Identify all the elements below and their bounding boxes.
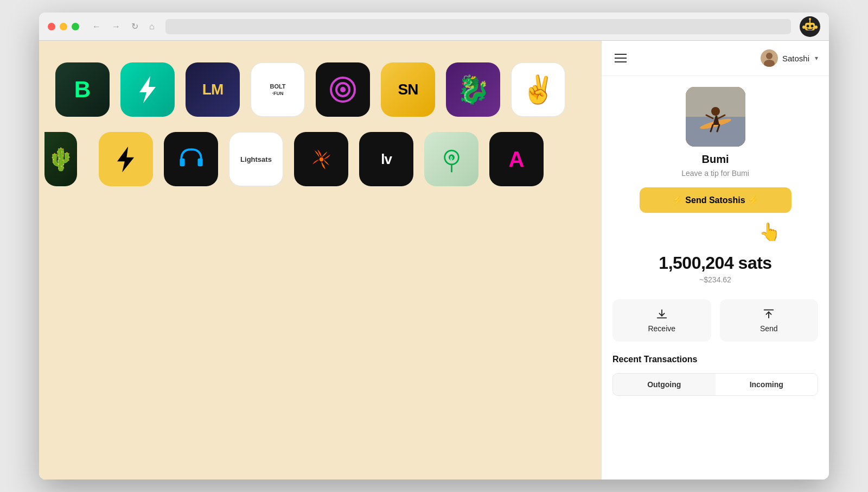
app-icon-lnm[interactable]: LM xyxy=(186,62,240,117)
wheel-svg xyxy=(307,144,336,174)
minimize-button[interactable] xyxy=(60,23,67,30)
app-icon-lightsats[interactable]: Lightsats xyxy=(229,132,283,186)
forward-button[interactable]: → xyxy=(110,20,123,34)
receive-button[interactable]: Receive xyxy=(612,299,711,342)
recipient-name: Bumi xyxy=(702,153,729,166)
sn-label: SN xyxy=(398,81,418,98)
send-icon xyxy=(763,308,775,320)
refresh-button[interactable]: ↻ xyxy=(129,19,141,34)
address-bar[interactable] xyxy=(165,19,791,34)
svg-point-15 xyxy=(319,157,323,161)
user-name: Satoshi xyxy=(782,54,809,63)
zaprite-icon xyxy=(111,144,141,174)
tx-tabs: Outgoing Incoming xyxy=(612,373,818,396)
balance-usd: ~$234.62 xyxy=(699,275,731,284)
tip-text: Leave a tip for Bumi xyxy=(681,169,749,178)
recent-transactions: Recent Transactions Outgoing Incoming xyxy=(612,355,818,396)
user-menu[interactable]: Satoshi ▾ xyxy=(761,49,818,67)
app-row-1: B LM BOLT xyxy=(55,62,585,117)
app-row-2: 🌵 xyxy=(55,132,585,186)
lightsats-label: Lightsats xyxy=(240,155,272,163)
rpodcast-icon xyxy=(327,73,359,106)
app-icon-pink[interactable]: A xyxy=(489,132,544,186)
app-icon-blockcore[interactable]: B xyxy=(55,62,110,117)
app-icon-dragon[interactable]: 🐉 xyxy=(446,62,500,117)
svg-rect-14 xyxy=(197,158,202,166)
app-icon-btcmap[interactable]: ₿ xyxy=(424,132,478,186)
app-icon-rpodcast[interactable] xyxy=(316,62,370,117)
app-icon-lv[interactable]: lv xyxy=(359,132,413,186)
svg-point-6 xyxy=(807,24,809,27)
recent-transactions-title: Recent Transactions xyxy=(612,355,818,364)
svg-point-2 xyxy=(809,18,811,20)
send-label: Send xyxy=(760,324,778,333)
lv-label: lv xyxy=(381,151,392,168)
main-window: ← → ↻ ⌂ xyxy=(39,12,829,480)
chevron-down-icon: ▾ xyxy=(815,54,818,62)
cursor-hand-icon: 👆 xyxy=(759,222,781,242)
app-icon-headphones[interactable] xyxy=(164,132,218,186)
svg-point-7 xyxy=(811,24,814,27)
app-icon-wheel[interactable] xyxy=(294,132,348,186)
app-grid: B LM BOLT xyxy=(55,62,585,186)
lnm-label: LM xyxy=(202,81,223,98)
fullscreen-button[interactable] xyxy=(72,23,79,30)
nav-buttons: ← → ↻ ⌂ xyxy=(90,19,157,34)
hamburger-line-3 xyxy=(615,61,627,62)
receive-icon xyxy=(656,308,668,320)
svg-point-11 xyxy=(340,87,346,92)
lightning-icon xyxy=(131,73,164,106)
close-button[interactable] xyxy=(48,23,55,30)
main-content: B LM BOLT xyxy=(39,41,829,480)
blockcore-label: B xyxy=(74,77,91,103)
send-button[interactable]: Send xyxy=(720,299,819,342)
app-icon-thunderhub[interactable] xyxy=(120,62,175,117)
app-icon-peace[interactable]: ✌️ xyxy=(511,62,565,117)
tab-incoming[interactable]: Incoming xyxy=(716,374,818,395)
receive-label: Receive xyxy=(648,324,675,333)
svg-point-20 xyxy=(764,60,775,67)
recipient-photo-inner xyxy=(686,87,745,147)
svg-point-25 xyxy=(711,107,720,116)
app-icon-agave[interactable]: 🌵 xyxy=(44,132,77,186)
hamburger-menu[interactable] xyxy=(612,52,629,65)
back-button[interactable]: ← xyxy=(90,20,103,34)
user-avatar xyxy=(761,49,778,67)
balance-sats: 1,500,204 sats xyxy=(659,253,771,273)
dragon-emoji: 🐉 xyxy=(456,74,490,105)
hamburger-line-2 xyxy=(615,58,627,59)
traffic-lights xyxy=(48,23,79,30)
wallet-content: Bumi Leave a tip for Bumi ⚡ Send Satoshi… xyxy=(602,76,829,480)
home-button[interactable]: ⌂ xyxy=(147,20,157,34)
headphones-svg xyxy=(176,144,206,174)
titlebar: ← → ↻ ⌂ xyxy=(39,12,829,41)
app-icon-sn[interactable]: SN xyxy=(381,62,435,117)
robot-icon xyxy=(800,16,820,37)
boltfun-label: BOLT ·FUN xyxy=(270,83,285,96)
svg-point-19 xyxy=(766,53,773,59)
svg-rect-13 xyxy=(180,158,184,166)
hamburger-line-1 xyxy=(615,54,627,55)
svg-marker-8 xyxy=(139,76,156,103)
peace-emoji: ✌️ xyxy=(521,74,555,105)
tab-outgoing[interactable]: Outgoing xyxy=(613,374,716,395)
sidebar: Satoshi ▾ xyxy=(601,41,829,480)
send-satoshis-button[interactable]: ⚡ Send Satoshis ⚡ xyxy=(640,187,792,213)
agave-emoji: 🌵 xyxy=(47,147,74,172)
svg-marker-12 xyxy=(117,146,134,172)
sidebar-header: Satoshi ▾ xyxy=(602,41,829,76)
app-area: B LM BOLT xyxy=(39,41,601,480)
pink-label: A xyxy=(509,147,525,172)
recipient-photo xyxy=(686,87,745,147)
btcmap-svg: ₿ xyxy=(437,144,467,174)
action-buttons: Receive Send xyxy=(612,299,818,342)
app-icon-boltfun[interactable]: BOLT ·FUN xyxy=(251,62,305,117)
app-icon-zaprite[interactable] xyxy=(99,132,153,186)
